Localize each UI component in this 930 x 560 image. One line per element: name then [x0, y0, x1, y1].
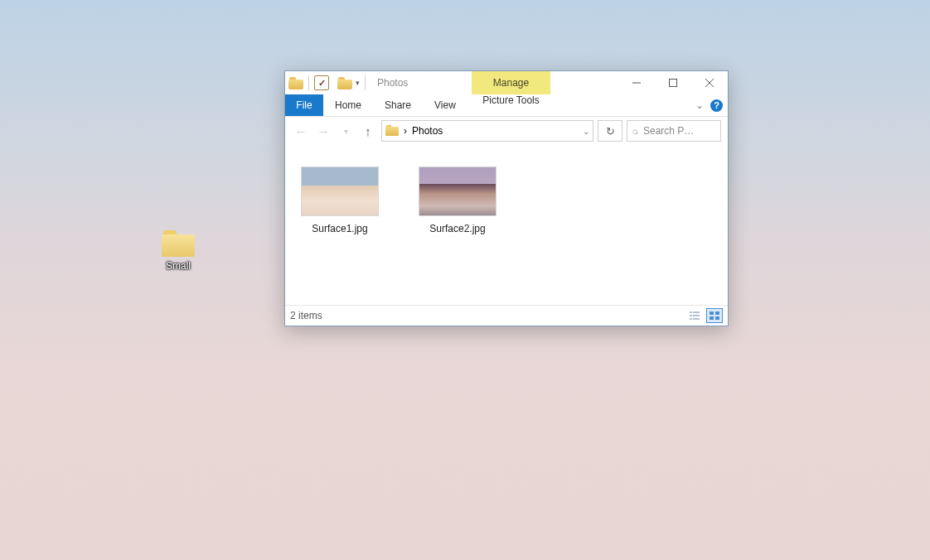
search-placeholder: Search P… [643, 125, 694, 137]
divider [365, 75, 366, 90]
contextual-tab-header: Manage [472, 71, 550, 94]
file-name: Surface2.jpg [429, 223, 485, 234]
desktop-folder-small[interactable]: Small [151, 230, 206, 272]
status-text: 2 items [290, 310, 322, 321]
image-thumbnail [419, 167, 496, 216]
file-list[interactable]: Surface1.jpg Surface2.jpg [285, 145, 728, 305]
file-name: Surface1.jpg [312, 223, 367, 234]
address-bar[interactable]: › Photos ⌄ [381, 120, 593, 142]
maximize-button[interactable] [655, 71, 691, 94]
folder-icon [162, 230, 195, 257]
breadcrumb-separator: › [404, 125, 407, 137]
folder-icon [385, 125, 399, 137]
file-item[interactable]: Surface2.jpg [418, 167, 497, 234]
tab-view[interactable]: View [423, 94, 467, 116]
titlebar[interactable]: ✓ ▾ Photos Manage [285, 71, 728, 94]
nav-row: ← → ▾ ↑ › Photos ⌄ ↻ ⌕ Search P… [285, 117, 728, 145]
tab-home[interactable]: Home [323, 94, 373, 116]
qat-new-folder-icon[interactable] [337, 75, 352, 90]
ribbon-expand-icon[interactable]: ⌄ [695, 99, 704, 111]
thumbnails-view-icon [710, 311, 719, 320]
view-details-button[interactable] [686, 308, 703, 323]
refresh-button[interactable]: ↻ [598, 120, 622, 142]
qat-customize-icon[interactable]: ▾ [356, 79, 360, 87]
tab-file[interactable]: File [285, 94, 323, 116]
nav-forward-button[interactable]: → [314, 122, 332, 140]
minimize-button[interactable] [618, 71, 655, 94]
window-title: Photos [377, 77, 408, 89]
arrow-up-icon: ↑ [365, 124, 371, 138]
svg-rect-12 [710, 316, 714, 320]
search-icon: ⌕ [632, 125, 638, 137]
nav-history-button[interactable]: ▾ [337, 122, 355, 140]
desktop-icon-label: Small [166, 260, 191, 272]
svg-rect-13 [715, 316, 719, 320]
close-button[interactable] [691, 71, 728, 94]
arrow-left-icon: ← [295, 124, 308, 138]
view-thumbnails-button[interactable] [706, 308, 723, 323]
arrow-right-icon: → [317, 124, 330, 138]
status-bar: 2 items [285, 305, 728, 326]
qat-properties-icon[interactable]: ✓ [314, 75, 329, 90]
details-view-icon [690, 311, 700, 320]
ribbon-tabs: File Home Share View Picture Tools ⌄ ? [285, 94, 728, 117]
desktop[interactable]: Small ✓ ▾ Photos Manage [0, 0, 930, 560]
tab-share[interactable]: Share [373, 94, 423, 116]
help-icon[interactable]: ? [710, 99, 723, 112]
file-item[interactable]: Surface1.jpg [300, 167, 380, 234]
nav-back-button[interactable]: ← [292, 122, 310, 140]
search-input[interactable]: ⌕ Search P… [627, 120, 721, 142]
divider [308, 75, 309, 90]
breadcrumb-current[interactable]: Photos [412, 125, 443, 137]
image-thumbnail [301, 167, 379, 216]
folder-icon [288, 75, 303, 90]
tab-picture-tools[interactable]: Picture Tools [472, 94, 550, 106]
nav-up-button[interactable]: ↑ [359, 122, 377, 140]
refresh-icon: ↻ [606, 125, 615, 138]
maximize-icon [669, 79, 677, 87]
explorer-window: ✓ ▾ Photos Manage Fi [284, 70, 729, 326]
close-icon [705, 79, 714, 87]
svg-rect-10 [710, 311, 714, 315]
chevron-down-icon: ▾ [344, 127, 348, 136]
svg-rect-11 [715, 311, 719, 315]
minimize-icon [632, 79, 641, 87]
svg-rect-1 [670, 80, 677, 87]
address-dropdown-icon[interactable]: ⌄ [583, 127, 589, 136]
